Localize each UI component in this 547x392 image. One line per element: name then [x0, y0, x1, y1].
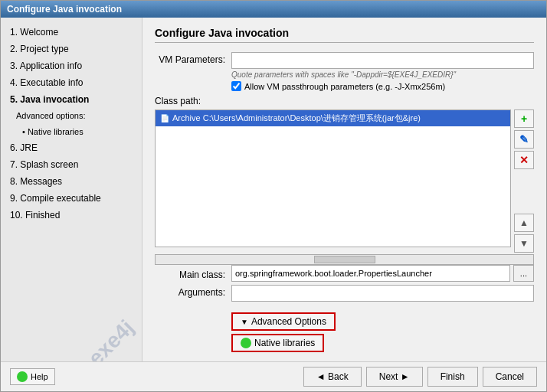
vm-params-label: VM Parameters: [155, 52, 231, 65]
vm-passthrough-row: Allow VM passthrough parameters (e.g. -J… [231, 81, 534, 91]
sidebar: 1. Welcome 2. Project type 3. Applicatio… [1, 18, 142, 361]
arguments-input[interactable] [231, 285, 534, 302]
sidebar-item-splash[interactable]: 7. Splash screen [1, 156, 142, 173]
move-up-button[interactable]: ▲ [514, 214, 534, 232]
classpath-scrollbar[interactable] [155, 254, 534, 265]
classpath-item[interactable]: 📄 Archive C:\Users\Administrator\Desktop… [156, 110, 510, 126]
sidebar-item-messages[interactable]: 8. Messages [1, 173, 142, 190]
classpath-item-text: Archive C:\Users\Administrator\Desktop\进… [172, 113, 421, 124]
main-class-input[interactable] [231, 265, 510, 282]
classpath-section: Class path: 📄 Archive C:\Users\Administr… [155, 96, 534, 265]
classpath-label: Class path: [155, 96, 534, 106]
sidebar-item-welcome[interactable]: 1. Welcome [1, 24, 142, 41]
cancel-label: Cancel [496, 371, 524, 382]
arguments-label: Arguments: [155, 285, 231, 298]
classpath-list[interactable]: 📄 Archive C:\Users\Administrator\Desktop… [155, 109, 511, 247]
main-class-row: Main class: ... [155, 265, 534, 282]
remove-classpath-button[interactable]: ✕ [514, 151, 534, 169]
main-content: Configure Java invocation VM Parameters:… [142, 18, 546, 361]
add-classpath-button[interactable]: + [514, 109, 534, 128]
help-button[interactable]: Help [10, 368, 55, 385]
native-lib-label: Native libraries [254, 338, 315, 348]
browse-main-class-button[interactable]: ... [513, 265, 534, 282]
main-dialog: Configure Java invocation 1. Welcome 2. … [0, 0, 547, 392]
sidebar-item-exe-info[interactable]: 4. Executable info [1, 74, 142, 91]
vm-params-input[interactable] [231, 52, 534, 69]
vm-passthrough-label: Allow VM passthrough parameters (e.g. -J… [244, 82, 445, 91]
classpath-item-icon: 📄 [160, 114, 169, 122]
dialog-title-text: Configure Java invocation [7, 4, 122, 15]
sidebar-item-app-info[interactable]: 3. Application info [1, 57, 142, 74]
help-icon [17, 371, 28, 382]
section-title: Configure Java invocation [155, 27, 534, 43]
advanced-toggle-arrow: ▼ [241, 318, 248, 326]
native-libraries-button[interactable]: Native libraries [231, 334, 324, 352]
sidebar-watermark: exe4j [84, 316, 137, 361]
help-label: Help [31, 372, 48, 381]
vm-params-row: VM Parameters: Quote parameters with spa… [155, 52, 534, 91]
back-label: ◄ Back [316, 371, 349, 382]
scrollbar-thumb [314, 256, 375, 263]
sidebar-item-adv-options: Advanced options: [1, 108, 142, 124]
dialog-body: 1. Welcome 2. Project type 3. Applicatio… [1, 18, 546, 361]
vm-params-area: Quote parameters with spaces like "-Dapp… [231, 52, 534, 91]
vm-passthrough-checkbox[interactable] [231, 81, 241, 91]
next-label: Next ► [379, 371, 410, 382]
sidebar-item-jre[interactable]: 6. JRE [1, 139, 142, 156]
cancel-button[interactable]: Cancel [483, 367, 537, 387]
advanced-options-toggle[interactable]: ▼ Advanced Options [231, 312, 336, 331]
finish-button[interactable]: Finish [427, 367, 478, 387]
advanced-section: ▼ Advanced Options Native libraries [155, 312, 534, 352]
sidebar-item-finished[interactable]: 10. Finished [1, 207, 142, 224]
back-button[interactable]: ◄ Back [303, 367, 362, 387]
sidebar-item-java-invocation[interactable]: 5. Java invocation [1, 91, 142, 108]
arguments-row: Arguments: [155, 285, 534, 302]
sidebar-item-project-type[interactable]: 2. Project type [1, 41, 142, 57]
next-button[interactable]: Next ► [366, 367, 423, 387]
classpath-buttons: + ✎ ✕ ▲ ▼ [514, 109, 534, 253]
vm-params-hint: Quote parameters with spaces like "-Dapp… [231, 70, 534, 79]
sidebar-item-compile[interactable]: 9. Compile executable [1, 190, 142, 207]
move-down-button[interactable]: ▼ [514, 234, 534, 253]
dialog-title: Configure Java invocation [1, 1, 546, 18]
native-lib-icon [241, 338, 251, 348]
sidebar-item-native-libs[interactable]: • Native libraries [1, 124, 142, 140]
edit-classpath-button[interactable]: ✎ [514, 130, 534, 149]
footer: Help ◄ Back Next ► Finish Cancel [1, 361, 546, 391]
main-class-label: Main class: [155, 267, 231, 280]
classpath-container: 📄 Archive C:\Users\Administrator\Desktop… [155, 109, 534, 253]
advanced-toggle-label: Advanced Options [251, 316, 326, 327]
finish-label: Finish [441, 371, 465, 382]
